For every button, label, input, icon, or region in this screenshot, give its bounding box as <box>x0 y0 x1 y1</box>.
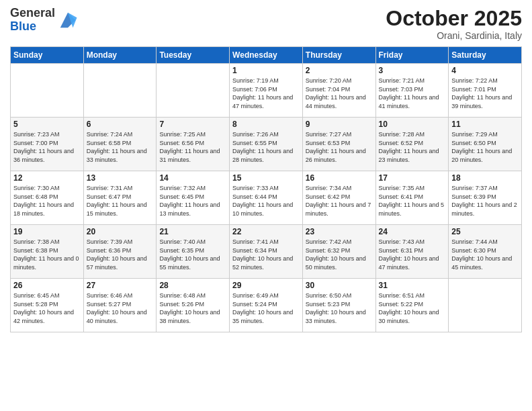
calendar-header-row: Sunday Monday Tuesday Wednesday Thursday… <box>11 47 522 64</box>
calendar-cell: 15Sunrise: 7:33 AM Sunset: 6:44 PM Dayli… <box>230 171 303 225</box>
calendar-cell: 26Sunrise: 6:45 AM Sunset: 5:28 PM Dayli… <box>11 279 84 332</box>
day-number: 17 <box>379 173 446 183</box>
calendar-cell: 28Sunrise: 6:48 AM Sunset: 5:26 PM Dayli… <box>157 279 230 332</box>
day-number: 6 <box>87 120 154 129</box>
day-number: 10 <box>379 120 446 129</box>
calendar-cell: 17Sunrise: 7:35 AM Sunset: 6:41 PM Dayli… <box>375 171 449 225</box>
calendar-table: Sunday Monday Tuesday Wednesday Thursday… <box>10 46 522 332</box>
calendar-cell: 12Sunrise: 7:30 AM Sunset: 6:48 PM Dayli… <box>11 171 84 225</box>
day-number: 20 <box>87 227 154 236</box>
calendar-cell: 3Sunrise: 7:21 AM Sunset: 7:03 PM Daylig… <box>375 64 449 118</box>
day-info: Sunrise: 7:38 AM Sunset: 6:38 PM Dayligh… <box>13 238 81 271</box>
day-info: Sunrise: 7:20 AM Sunset: 7:04 PM Dayligh… <box>306 77 373 110</box>
day-number: 13 <box>87 173 154 183</box>
calendar-cell: 5Sunrise: 7:23 AM Sunset: 7:00 PM Daylig… <box>11 118 84 171</box>
calendar-cell: 4Sunrise: 7:22 AM Sunset: 7:01 PM Daylig… <box>449 64 522 118</box>
logo-blue: Blue <box>10 19 36 33</box>
day-info: Sunrise: 7:43 AM Sunset: 6:31 PM Dayligh… <box>379 238 446 271</box>
calendar-cell: 29Sunrise: 6:49 AM Sunset: 5:24 PM Dayli… <box>230 279 303 332</box>
calendar-cell: 11Sunrise: 7:29 AM Sunset: 6:50 PM Dayli… <box>449 118 522 171</box>
day-info: Sunrise: 7:25 AM Sunset: 6:56 PM Dayligh… <box>159 130 226 164</box>
day-number: 31 <box>379 281 446 290</box>
day-number: 9 <box>306 120 373 129</box>
day-number: 21 <box>159 227 226 236</box>
day-info: Sunrise: 7:41 AM Sunset: 6:34 PM Dayligh… <box>232 238 300 271</box>
calendar-week-row-4: 26Sunrise: 6:45 AM Sunset: 5:28 PM Dayli… <box>11 279 522 332</box>
col-monday: Monday <box>83 47 157 64</box>
calendar-cell: 21Sunrise: 7:40 AM Sunset: 6:35 PM Dayli… <box>157 225 230 279</box>
calendar-cell: 24Sunrise: 7:43 AM Sunset: 6:31 PM Dayli… <box>375 225 449 279</box>
day-number: 2 <box>306 66 373 75</box>
calendar-cell: 7Sunrise: 7:25 AM Sunset: 6:56 PM Daylig… <box>157 118 230 171</box>
day-info: Sunrise: 7:44 AM Sunset: 6:30 PM Dayligh… <box>451 238 519 271</box>
day-info: Sunrise: 7:42 AM Sunset: 6:32 PM Dayligh… <box>306 238 373 271</box>
day-info: Sunrise: 7:24 AM Sunset: 6:58 PM Dayligh… <box>87 130 154 164</box>
logo-text: General Blue <box>10 7 55 34</box>
day-number: 28 <box>159 281 226 290</box>
day-info: Sunrise: 6:50 AM Sunset: 5:23 PM Dayligh… <box>306 291 373 325</box>
page: General Blue October 2025 Orani, Sardini… <box>0 0 532 411</box>
calendar-cell: 22Sunrise: 7:41 AM Sunset: 6:34 PM Dayli… <box>230 225 303 279</box>
calendar-week-row-3: 19Sunrise: 7:38 AM Sunset: 6:38 PM Dayli… <box>11 225 522 279</box>
calendar-cell: 20Sunrise: 7:39 AM Sunset: 6:36 PM Dayli… <box>83 225 157 279</box>
day-info: Sunrise: 7:31 AM Sunset: 6:47 PM Dayligh… <box>87 184 154 218</box>
day-info: Sunrise: 7:30 AM Sunset: 6:48 PM Dayligh… <box>13 184 81 218</box>
day-number: 5 <box>13 120 81 129</box>
day-info: Sunrise: 7:35 AM Sunset: 6:41 PM Dayligh… <box>379 184 446 218</box>
calendar-week-row-0: 1Sunrise: 7:19 AM Sunset: 7:06 PM Daylig… <box>11 64 522 118</box>
day-number: 26 <box>13 281 81 290</box>
day-number: 12 <box>13 173 81 183</box>
day-info: Sunrise: 6:49 AM Sunset: 5:24 PM Dayligh… <box>232 291 300 325</box>
calendar-cell <box>157 64 230 118</box>
logo: General Blue <box>10 7 78 34</box>
day-info: Sunrise: 7:39 AM Sunset: 6:36 PM Dayligh… <box>87 238 154 271</box>
day-number: 29 <box>232 281 300 290</box>
location: Orani, Sardinia, Italy <box>386 30 522 41</box>
day-info: Sunrise: 6:51 AM Sunset: 5:22 PM Dayligh… <box>379 291 446 325</box>
day-info: Sunrise: 7:33 AM Sunset: 6:44 PM Dayligh… <box>232 184 300 218</box>
day-number: 14 <box>159 173 226 183</box>
day-number: 3 <box>379 66 446 75</box>
day-number: 15 <box>232 173 300 183</box>
calendar-cell: 19Sunrise: 7:38 AM Sunset: 6:38 PM Dayli… <box>11 225 84 279</box>
day-number: 22 <box>232 227 300 236</box>
title-block: October 2025 Orani, Sardinia, Italy <box>386 7 522 41</box>
calendar-cell: 9Sunrise: 7:27 AM Sunset: 6:53 PM Daylig… <box>302 118 375 171</box>
logo-icon <box>58 10 78 30</box>
day-info: Sunrise: 7:27 AM Sunset: 6:53 PM Dayligh… <box>306 130 373 164</box>
calendar-cell: 16Sunrise: 7:34 AM Sunset: 6:42 PM Dayli… <box>302 171 375 225</box>
day-number: 16 <box>306 173 373 183</box>
day-number: 25 <box>451 227 519 236</box>
calendar-cell: 13Sunrise: 7:31 AM Sunset: 6:47 PM Dayli… <box>83 171 157 225</box>
calendar-cell: 1Sunrise: 7:19 AM Sunset: 7:06 PM Daylig… <box>230 64 303 118</box>
day-info: Sunrise: 7:34 AM Sunset: 6:42 PM Dayligh… <box>306 184 373 218</box>
day-number: 19 <box>13 227 81 236</box>
calendar-week-row-1: 5Sunrise: 7:23 AM Sunset: 7:00 PM Daylig… <box>11 118 522 171</box>
calendar-week-row-2: 12Sunrise: 7:30 AM Sunset: 6:48 PM Dayli… <box>11 171 522 225</box>
calendar-cell: 6Sunrise: 7:24 AM Sunset: 6:58 PM Daylig… <box>83 118 157 171</box>
day-number: 23 <box>306 227 373 236</box>
logo-general: General <box>10 6 55 19</box>
day-info: Sunrise: 7:29 AM Sunset: 6:50 PM Dayligh… <box>451 130 519 164</box>
day-info: Sunrise: 7:22 AM Sunset: 7:01 PM Dayligh… <box>451 77 519 110</box>
day-number: 18 <box>451 173 519 183</box>
day-info: Sunrise: 7:32 AM Sunset: 6:45 PM Dayligh… <box>159 184 226 218</box>
calendar-cell <box>449 279 522 332</box>
day-info: Sunrise: 6:46 AM Sunset: 5:27 PM Dayligh… <box>87 291 154 325</box>
day-number: 27 <box>87 281 154 290</box>
calendar-cell: 10Sunrise: 7:28 AM Sunset: 6:52 PM Dayli… <box>375 118 449 171</box>
calendar-cell: 31Sunrise: 6:51 AM Sunset: 5:22 PM Dayli… <box>375 279 449 332</box>
day-info: Sunrise: 6:48 AM Sunset: 5:26 PM Dayligh… <box>159 291 226 325</box>
day-info: Sunrise: 7:23 AM Sunset: 7:00 PM Dayligh… <box>13 130 81 164</box>
day-info: Sunrise: 7:37 AM Sunset: 6:39 PM Dayligh… <box>451 184 519 218</box>
col-tuesday: Tuesday <box>157 47 230 64</box>
month-title: October 2025 <box>386 7 522 30</box>
calendar-cell: 27Sunrise: 6:46 AM Sunset: 5:27 PM Dayli… <box>83 279 157 332</box>
calendar-cell: 8Sunrise: 7:26 AM Sunset: 6:55 PM Daylig… <box>230 118 303 171</box>
day-number: 4 <box>451 66 519 75</box>
day-info: Sunrise: 7:21 AM Sunset: 7:03 PM Dayligh… <box>379 77 446 110</box>
day-info: Sunrise: 7:19 AM Sunset: 7:06 PM Dayligh… <box>232 77 300 110</box>
calendar-cell: 25Sunrise: 7:44 AM Sunset: 6:30 PM Dayli… <box>449 225 522 279</box>
day-number: 1 <box>232 66 300 75</box>
header: General Blue October 2025 Orani, Sardini… <box>10 7 522 41</box>
